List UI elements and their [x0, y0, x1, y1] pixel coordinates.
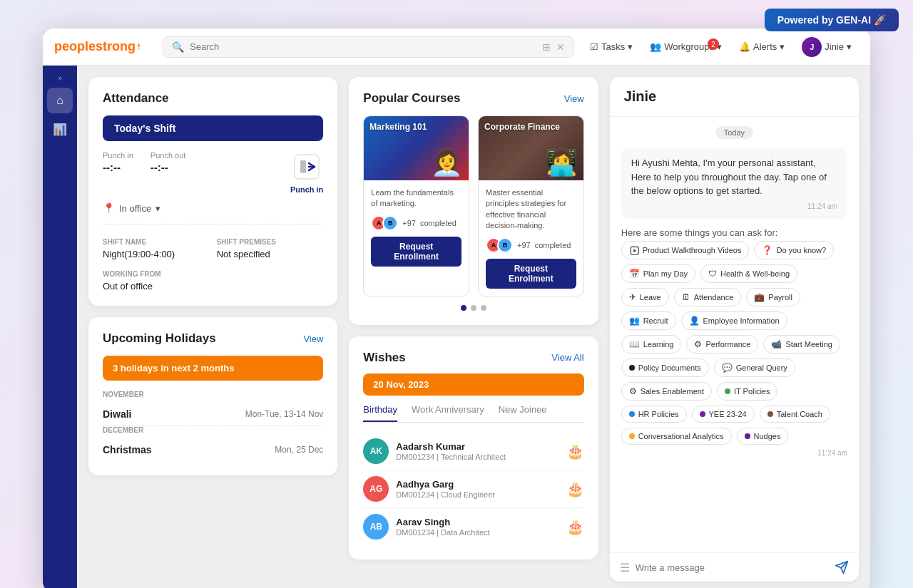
holiday-list: NOVEMBER Diwali Mon-Tue, 13-14 Nov DECEM…: [103, 391, 323, 461]
quick-action-button[interactable]: Talent Coach: [760, 406, 830, 423]
working-from-value: Out of office: [103, 281, 210, 292]
qa-dot: [745, 433, 750, 439]
search-input[interactable]: [190, 41, 536, 52]
quick-action-button[interactable]: ❓Do you know?: [754, 241, 834, 259]
chat-message-1-time: 11:24 am: [631, 202, 837, 210]
quick-action-button[interactable]: 📖Learning: [621, 335, 682, 354]
courses-grid: Marketing 101 👩‍💼 Learn the fundamentals…: [363, 115, 583, 296]
birthday-icon: 🎂: [566, 480, 584, 497]
clear-icon[interactable]: ✕: [556, 41, 565, 53]
filter-icon[interactable]: ⊞: [542, 41, 551, 53]
alerts-button[interactable]: 🔔 Alerts ▾: [732, 37, 792, 56]
wishes-tab[interactable]: Work Anniversary: [412, 404, 484, 422]
jinie-header: Jinie: [610, 77, 859, 117]
sidebar-chart-icon[interactable]: 📊: [47, 116, 73, 142]
enroll-button[interactable]: Request Enrollment: [371, 237, 461, 267]
course-card: Marketing 101 👩‍💼 Learn the fundamentals…: [363, 115, 469, 296]
course-figure: 👩‍💻: [546, 148, 578, 177]
quick-action-button[interactable]: 🛡Health & Well-being: [700, 264, 797, 283]
sidebar-home-icon[interactable]: ⌂: [47, 88, 73, 113]
wish-name: Aarav Singh: [396, 517, 558, 527]
quick-action-button[interactable]: Conversational Analytics: [621, 428, 732, 445]
quick-action-button[interactable]: 💼Payroll: [746, 288, 800, 306]
logo-super: †: [137, 43, 141, 51]
qa-label: HR Policies: [638, 410, 679, 418]
qa-icon: 👥: [629, 316, 640, 326]
quick-action-button[interactable]: 💬General Query: [714, 359, 795, 377]
wishes-view-all-link[interactable]: View All: [551, 352, 583, 363]
course-count: +97: [402, 219, 416, 227]
quick-action-button[interactable]: 👥Recruit: [621, 311, 676, 330]
quick-action-button[interactable]: ⚙Sales Enablement: [621, 382, 712, 401]
left-column: Attendance Today's Shift Punch in --:-- …: [88, 77, 337, 582]
course-title: Marketing 101: [369, 122, 427, 132]
search-bar[interactable]: 🔍 ⊞ ✕: [163, 36, 574, 58]
course-completed: completed: [420, 219, 456, 227]
sidebar-expand-icon[interactable]: »: [55, 71, 65, 85]
gen-ai-banner: Powered by GEN-AI 🚀: [765, 9, 899, 31]
birthday-icon: 🎂: [566, 518, 584, 535]
quick-action-button[interactable]: 👤Employee Information: [681, 311, 787, 330]
wishes-title: Wishes: [363, 351, 405, 365]
location-icon: 📍: [103, 202, 115, 214]
qa-icon: 📅: [629, 269, 640, 279]
jinie-title: Jinie: [624, 88, 845, 105]
quick-action-button[interactable]: 🗓Attendance: [674, 288, 742, 306]
course-stats: A B +97 completed: [486, 237, 576, 253]
qa-icon: ⚙: [629, 386, 637, 396]
user-chevron: ▾: [847, 41, 852, 52]
shift-premises-label: SHIFT PREMISES: [217, 238, 276, 246]
punch-out-item: Punch out --:--: [151, 151, 186, 173]
quick-action-button[interactable]: 📹Start Meeting: [763, 335, 840, 354]
holiday-date: Mon-Tue, 13-14 Nov: [245, 409, 324, 419]
alerts-label: Alerts: [753, 41, 777, 52]
chat-today-badge: Today: [715, 126, 753, 139]
dot-3: [481, 305, 486, 311]
working-from-item: WORKING FROM Out of office: [103, 267, 210, 292]
jinie-send-button[interactable]: [835, 560, 849, 574]
course-completed: completed: [535, 241, 571, 249]
holidays-view-link[interactable]: View: [303, 334, 323, 344]
holiday-item: Diwali Mon-Tue, 13-14 Nov: [103, 403, 323, 426]
holiday-date: Mon, 25 Dec: [275, 445, 323, 455]
qa-label: Recruit: [643, 316, 668, 325]
courses-view-link[interactable]: View: [564, 93, 584, 104]
wishes-tabs: BirthdayWork AnniversaryNew Joinee: [363, 404, 583, 423]
tasks-button[interactable]: ☑ Tasks ▾: [583, 37, 640, 56]
quick-action-button[interactable]: ⚙Performance: [686, 335, 758, 354]
workgroups-button[interactable]: 👥 Workgroups 2 ▾: [643, 37, 729, 56]
qa-icon: [629, 245, 639, 255]
enroll-button[interactable]: Request Enrollment: [486, 259, 576, 289]
quick-action-button[interactable]: IT Policies: [717, 382, 778, 401]
qa-label: Attendance: [694, 293, 734, 301]
qa-icon: ✈: [629, 292, 636, 302]
qa-label: Start Meeting: [785, 340, 832, 349]
location-chevron[interactable]: ▾: [155, 203, 160, 214]
holiday-month-label: DECEMBER: [103, 426, 323, 434]
wishes-tab[interactable]: New Joinee: [499, 404, 547, 422]
punch-in-value: --:--: [103, 161, 133, 173]
wish-name: Aadhya Garg: [396, 479, 558, 490]
quick-action-button[interactable]: Policy Documents: [621, 359, 709, 377]
qa-dot: [629, 411, 635, 417]
workgroups-icon: 👥: [650, 41, 661, 52]
punch-in-button[interactable]: [291, 151, 322, 182]
quick-action-button[interactable]: YEE 23-24: [692, 406, 755, 423]
shift-name-label: SHIFT NAME: [103, 238, 146, 246]
quick-action-button[interactable]: ✈Leave: [621, 288, 669, 306]
dot-2: [471, 305, 476, 311]
wishes-tab[interactable]: Birthday: [363, 404, 397, 422]
location-text: In office: [119, 203, 151, 214]
holidays-title: Upcoming Holidays: [103, 331, 216, 346]
quick-action-button[interactable]: Nudges: [737, 428, 789, 445]
quick-action-button[interactable]: Product Walkthrough Videos: [621, 241, 750, 259]
qa-icon: ⚙: [694, 339, 702, 349]
jinie-message-input[interactable]: [636, 562, 829, 573]
wish-avatar: AB: [363, 514, 389, 540]
quick-action-button[interactable]: HR Policies: [621, 406, 687, 423]
wish-item: AB Aarav Singh DM001234 | Data Architect…: [363, 508, 583, 545]
quick-action-button[interactable]: 📅Plan my Day: [621, 264, 695, 283]
punch-out-label: Punch out: [151, 151, 186, 160]
course-desc: Master essential principles strategies f…: [486, 187, 576, 232]
user-menu-button[interactable]: J Jinie ▾: [795, 33, 859, 61]
